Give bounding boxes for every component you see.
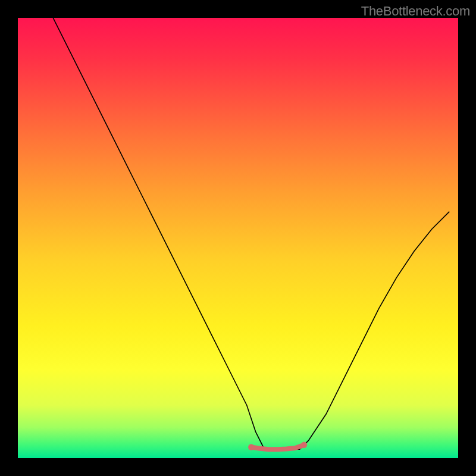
watermark-text: TheBottleneck.com [361, 4, 470, 19]
svg-point-1 [301, 442, 307, 448]
optimal-flat-segment [18, 18, 458, 458]
svg-point-0 [248, 444, 254, 450]
plot-area [18, 18, 458, 458]
chart-container: TheBottleneck.com [0, 0, 476, 476]
